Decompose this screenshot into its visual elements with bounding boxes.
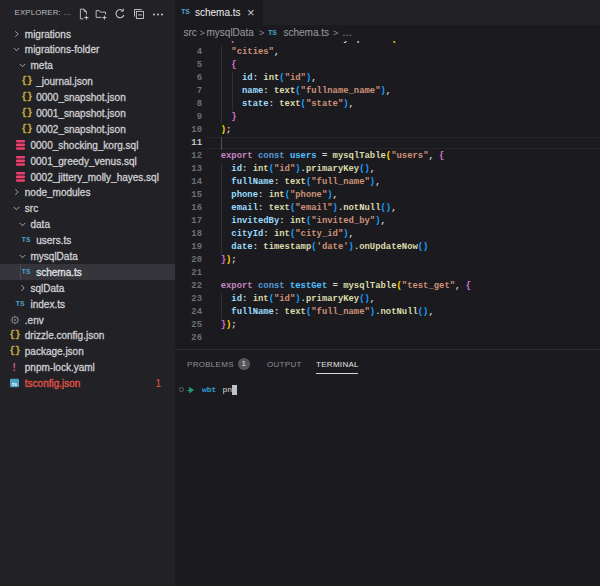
svg-text:ts: ts (12, 381, 17, 387)
